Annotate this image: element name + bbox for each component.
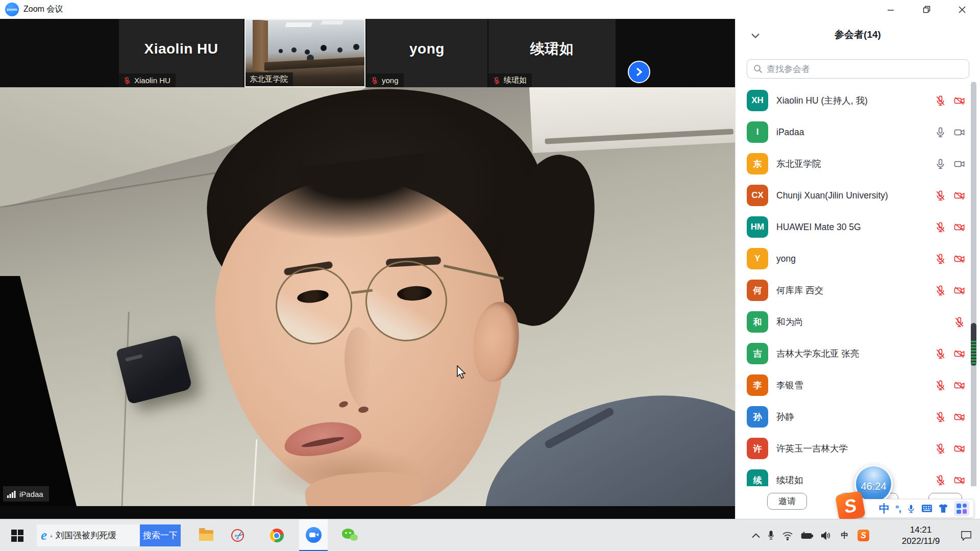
- wechat-icon[interactable]: [338, 519, 362, 551]
- ime-language-indicator[interactable]: 中: [839, 530, 850, 541]
- punctuation-icon[interactable]: °,: [895, 503, 901, 514]
- participant-status-icons: [935, 243, 965, 274]
- start-button[interactable]: [4, 519, 31, 551]
- zoom-meeting-window: zoom Zoom 会议 Xiaolin HUXiaolin HU 东北亚学院y…: [0, 0, 980, 551]
- avatar: 和: [747, 311, 768, 333]
- participant-status-icons: [935, 211, 965, 243]
- participant-name: 孙静: [776, 401, 794, 433]
- cam-muted-icon[interactable]: [953, 411, 965, 423]
- cam-muted-icon[interactable]: [953, 348, 965, 360]
- mic-muted-icon[interactable]: [935, 411, 946, 423]
- mic-muted-icon[interactable]: [935, 253, 946, 265]
- cam-muted-icon[interactable]: [953, 380, 965, 391]
- participant-status-icons: [935, 85, 965, 116]
- tray-chevron-up-icon[interactable]: [752, 533, 760, 538]
- thumbnail-name: 续珺如: [488, 19, 616, 79]
- cam-on-icon[interactable]: [953, 158, 965, 170]
- tray-microphone-icon[interactable]: [767, 530, 775, 541]
- taskbar-search-field[interactable]: e ▴ 刘国强被判死缓: [37, 524, 140, 546]
- participant-name: 和为尚: [776, 306, 803, 338]
- cam-muted-icon[interactable]: [953, 221, 965, 233]
- mic-muted-icon[interactable]: [935, 348, 946, 360]
- close-button[interactable]: [947, 0, 977, 19]
- video-thumbnail[interactable]: 东北亚学院: [244, 19, 365, 87]
- video-thumbnail[interactable]: yongyong: [366, 19, 487, 87]
- taskbar-search-button[interactable]: 搜索一下: [140, 524, 181, 546]
- participant-row[interactable]: IiPadaa: [736, 116, 971, 148]
- restore-button[interactable]: [912, 0, 941, 19]
- participant-row[interactable]: HMHUAWEI Mate 30 5G: [736, 211, 971, 243]
- mic-muted-icon[interactable]: [935, 380, 946, 391]
- file-explorer-icon[interactable]: [194, 519, 218, 551]
- taskbar-search-text: 刘国强被判死缓: [56, 530, 116, 541]
- participant-row[interactable]: 和和为尚: [736, 306, 971, 338]
- search-participant-input[interactable]: 查找参会者: [747, 59, 969, 79]
- voice-input-icon[interactable]: [906, 504, 916, 514]
- participant-name: 许英玉一吉林大学: [776, 433, 848, 464]
- cam-muted-icon[interactable]: [953, 95, 965, 107]
- participant-row[interactable]: XHXiaolin HU (主持人, 我): [736, 85, 971, 116]
- cam-on-icon[interactable]: [953, 127, 965, 138]
- zoom-taskbar-icon[interactable]: [299, 519, 328, 551]
- participant-row[interactable]: 李李银雪: [736, 369, 971, 401]
- participant-row[interactable]: 何何库库 西交: [736, 274, 971, 306]
- cam-muted-icon[interactable]: [953, 190, 965, 202]
- sogou-logo[interactable]: S: [835, 491, 866, 521]
- avatar: I: [747, 121, 768, 143]
- tray-speaker-icon[interactable]: [821, 531, 832, 540]
- ie-icon: e: [41, 528, 47, 543]
- invite-button[interactable]: 邀请: [767, 493, 807, 510]
- mic-muted-icon[interactable]: [935, 221, 946, 233]
- soft-keyboard-icon[interactable]: [921, 504, 933, 513]
- participant-row[interactable]: 东东北亚学院: [736, 148, 971, 180]
- scrollbar-track[interactable]: [971, 82, 976, 513]
- mic-muted-icon[interactable]: [935, 285, 946, 296]
- thumbnail-label: yong: [366, 73, 404, 87]
- minimize-button[interactable]: [876, 0, 905, 19]
- cam-muted-icon[interactable]: [953, 474, 965, 486]
- mic-on-icon[interactable]: [935, 158, 946, 170]
- thumbnail-label: 东北亚学院: [246, 72, 293, 86]
- avatar: Y: [747, 248, 768, 269]
- mic-muted-icon[interactable]: [935, 95, 946, 107]
- caret-icon: ▴: [50, 533, 53, 538]
- mic-muted-icon[interactable]: [935, 443, 946, 455]
- participant-row[interactable]: 吉吉林大学东北亚 张亮: [736, 338, 971, 369]
- next-page-button[interactable]: [628, 61, 650, 83]
- tray-wifi-icon[interactable]: [782, 531, 793, 540]
- avatar: 孙: [747, 406, 768, 428]
- toolbox-icon[interactable]: [954, 501, 969, 516]
- participants-panel: 参会者(14) 查找参会者 XHXiaolin HU (主持人, 我)IiPad…: [735, 19, 980, 519]
- notification-center-icon[interactable]: [955, 519, 977, 551]
- mic-muted-icon[interactable]: [935, 474, 946, 486]
- cam-muted-icon[interactable]: [953, 285, 965, 296]
- participant-row[interactable]: 孙孙静: [736, 401, 971, 433]
- chrome-icon[interactable]: [264, 519, 289, 551]
- tray-battery-icon[interactable]: [800, 532, 814, 540]
- timer-value: 46:24: [861, 481, 886, 492]
- participant-row[interactable]: CXChunji Xuan(Jilin University): [736, 180, 971, 211]
- participant-row[interactable]: 许许英玉一吉林大学: [736, 433, 971, 464]
- participant-name: 何库库 西交: [776, 274, 823, 306]
- skin-icon[interactable]: [938, 504, 948, 513]
- mic-muted-icon[interactable]: [953, 316, 965, 328]
- meeting-area: Xiaolin HUXiaolin HU 东北亚学院yongyong续珺如续珺如: [0, 19, 735, 519]
- avatar: 何: [747, 280, 768, 301]
- windows-logo-icon: [11, 530, 23, 542]
- participant-row[interactable]: Yyong: [736, 243, 971, 274]
- mic-muted-icon[interactable]: [935, 190, 946, 202]
- ime-mode-chinese[interactable]: 中: [879, 502, 890, 516]
- active-speaker-label: iPadaa: [3, 486, 49, 502]
- cam-muted-icon[interactable]: [953, 443, 965, 455]
- title-bar: zoom Zoom 会议: [0, 0, 980, 19]
- audio-level-icon: [7, 490, 16, 498]
- mic-on-icon[interactable]: [935, 127, 946, 138]
- tray-sogou-icon[interactable]: S: [857, 530, 869, 541]
- clock[interactable]: 14:21 2022/11/9: [890, 519, 951, 551]
- scrollbar-thumb[interactable]: [971, 323, 976, 366]
- snipping-tool-icon[interactable]: ✂: [227, 519, 251, 551]
- participant-status-icons: [935, 338, 965, 369]
- video-thumbnail[interactable]: Xiaolin HUXiaolin HU: [119, 19, 243, 87]
- cam-muted-icon[interactable]: [953, 253, 965, 265]
- video-thumbnail[interactable]: 续珺如续珺如: [488, 19, 616, 87]
